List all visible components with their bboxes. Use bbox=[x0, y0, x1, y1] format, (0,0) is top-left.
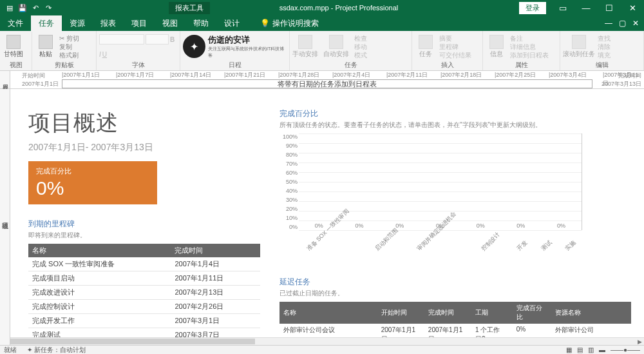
timeline-placeholder[interactable]: 将带有日期的任务添加到日程表 bbox=[62, 79, 592, 88]
tick: |2007年1月21日 bbox=[224, 71, 265, 79]
fill-button[interactable]: 填充 bbox=[598, 51, 611, 59]
chart[interactable]: 100%90%80%70%60%50%40%30%20%10%0% 0%0%0%… bbox=[299, 133, 582, 230]
logo-sub: 关注互联网与系统软件技术的IT科技博客 bbox=[208, 46, 287, 59]
cut-button[interactable]: ✂ 剪切 bbox=[59, 34, 79, 43]
timeline-side[interactable]: 日程表 bbox=[0, 71, 10, 88]
x-label: 控制设计 bbox=[480, 231, 502, 253]
group-schedule: 日程 bbox=[183, 61, 287, 70]
report-title: 项目概述 bbox=[28, 108, 260, 138]
gantt-button[interactable]: 甘特图 bbox=[3, 35, 24, 59]
ribbon-rest-icon[interactable]: ▢ bbox=[619, 19, 626, 28]
italic-button[interactable]: I bbox=[99, 50, 101, 59]
context-tab[interactable]: 报表工具 bbox=[169, 2, 210, 14]
tick: |2007年2月4日 bbox=[332, 71, 370, 79]
late-title: 延迟任务 bbox=[279, 277, 631, 288]
tell-me[interactable]: 💡操作说明搜索 bbox=[260, 18, 319, 29]
save-icon[interactable]: 💾 bbox=[18, 3, 27, 12]
x-label: 测试 bbox=[540, 239, 554, 253]
summary-button[interactable]: 摘要 bbox=[439, 34, 471, 43]
tab-task[interactable]: 任务 bbox=[31, 15, 62, 32]
deliverable-button[interactable]: 可交付结果 bbox=[439, 51, 471, 59]
col: 名称 bbox=[279, 302, 377, 324]
tick: |2007年2月25日 bbox=[495, 71, 536, 79]
addtimeline-button[interactable]: 添加到日程表 bbox=[510, 51, 549, 59]
scrollto-button[interactable]: 滚动到任务 bbox=[563, 35, 595, 59]
bar-value: 0% bbox=[395, 222, 404, 229]
view-icon-3[interactable]: ▥ bbox=[588, 346, 594, 353]
login-button[interactable]: 登录 bbox=[519, 2, 546, 14]
tab-report[interactable]: 报表 bbox=[93, 15, 124, 32]
underline-button[interactable]: U bbox=[102, 50, 107, 59]
tab-project[interactable]: 项目 bbox=[124, 15, 155, 32]
format-painter-button[interactable]: 格式刷 bbox=[59, 51, 79, 59]
copy-button[interactable]: 复制 bbox=[59, 43, 79, 51]
bulb-icon: 💡 bbox=[260, 19, 270, 28]
redo-icon[interactable]: ↷ bbox=[44, 3, 53, 12]
bar-value: 0% bbox=[355, 222, 364, 229]
font-select[interactable] bbox=[99, 34, 144, 44]
find-button[interactable]: 查找 bbox=[598, 34, 611, 43]
pct-card: 完成百分比 0% bbox=[28, 161, 157, 204]
maximize-icon[interactable]: ☐ bbox=[598, 3, 621, 13]
col: 完成时间 bbox=[424, 302, 471, 324]
timeline[interactable]: 开始时间2007年1月1日 完成时间2007年3月13日 |2007年1月1日|… bbox=[10, 71, 644, 88]
auto-button[interactable]: 自动安排 bbox=[323, 35, 349, 59]
close-icon[interactable]: ✕ bbox=[621, 3, 644, 13]
tl-start-label: 开始时间 bbox=[22, 72, 45, 79]
view-icon-4[interactable]: ▬ bbox=[599, 346, 605, 353]
inspect-button[interactable]: 检查 bbox=[354, 34, 367, 43]
bar-value: 0% bbox=[516, 222, 525, 229]
bold-button[interactable]: B bbox=[170, 35, 175, 44]
side-tab[interactable]: 项目概述 bbox=[0, 89, 10, 345]
milestone-button[interactable]: 里程碑 bbox=[439, 43, 471, 51]
clear-button[interactable]: 清除 bbox=[598, 43, 611, 51]
tab-view[interactable]: 视图 bbox=[155, 15, 185, 32]
ribbon-options-icon[interactable]: ▭ bbox=[551, 3, 574, 13]
ribbon-min-icon[interactable]: — bbox=[605, 19, 612, 28]
bar-value: 0% bbox=[477, 222, 485, 229]
move-button[interactable]: 移动 bbox=[354, 43, 367, 51]
ribbon-close-icon[interactable]: ✕ bbox=[632, 19, 639, 28]
tab-resource[interactable]: 资源 bbox=[62, 15, 93, 32]
view-icon-2[interactable]: ▤ bbox=[577, 346, 583, 353]
milestones-sub: 即将到来的里程碑。 bbox=[28, 231, 260, 240]
group-tasks: 任务 bbox=[292, 61, 409, 70]
group-insert: 插入 bbox=[415, 61, 480, 70]
col: 工期 bbox=[471, 302, 513, 324]
watermark-logo: ✦ 伤逝的安详关注互联网与系统软件技术的IT科技博客 bbox=[183, 34, 287, 59]
manual-button[interactable]: 手动安排 bbox=[292, 35, 318, 59]
scroll-thumb[interactable] bbox=[10, 339, 255, 344]
tick: |2007年2月18日 bbox=[440, 71, 482, 79]
scroll-right-icon[interactable]: ▶ bbox=[635, 338, 644, 345]
tab-help[interactable]: 帮助 bbox=[185, 15, 216, 32]
mode-button[interactable]: 模式 bbox=[354, 51, 367, 59]
zoom-slider[interactable]: ——●—— bbox=[611, 346, 640, 353]
tab-design[interactable]: 设计 bbox=[216, 15, 247, 32]
col-finish: 完成时间 bbox=[171, 244, 260, 257]
col-name: 名称 bbox=[28, 244, 171, 257]
tick: |2007年3月4日 bbox=[549, 71, 587, 79]
x-label: 开发 bbox=[515, 239, 529, 253]
notes-button[interactable]: 备注 bbox=[510, 34, 549, 43]
group-properties: 属性 bbox=[486, 61, 557, 70]
fontsize-select[interactable] bbox=[146, 34, 169, 44]
undo-icon[interactable]: ↶ bbox=[31, 3, 40, 12]
col: 资源名称 bbox=[551, 302, 631, 324]
hscroll[interactable]: ◀ ▶ bbox=[10, 337, 644, 345]
info-button[interactable]: 信息 bbox=[486, 35, 507, 59]
minimize-icon[interactable]: — bbox=[574, 3, 598, 13]
window-title: ssdax.com.mpp - Project Professional bbox=[210, 4, 519, 12]
x-label: 准备 SOX 一致性审阅 bbox=[305, 207, 351, 253]
gantt-label: 甘特图 bbox=[4, 50, 23, 59]
paste-button[interactable]: 粘贴 bbox=[35, 35, 57, 59]
pct-value: 0% bbox=[36, 177, 149, 199]
view-icon-1[interactable]: ▦ bbox=[566, 346, 572, 353]
status-ready: 就绪 bbox=[4, 346, 17, 355]
details-button[interactable]: 详细信息 bbox=[510, 43, 549, 51]
x-label: 实施 bbox=[564, 239, 578, 253]
tab-file[interactable]: 文件 bbox=[0, 15, 31, 32]
tick: |2007年2月11日 bbox=[386, 71, 428, 79]
task-button[interactable]: 任务 bbox=[415, 35, 437, 59]
table-row: 完成控制设计2007年2月26日 bbox=[28, 300, 260, 314]
group-font: 字体 bbox=[99, 61, 177, 70]
